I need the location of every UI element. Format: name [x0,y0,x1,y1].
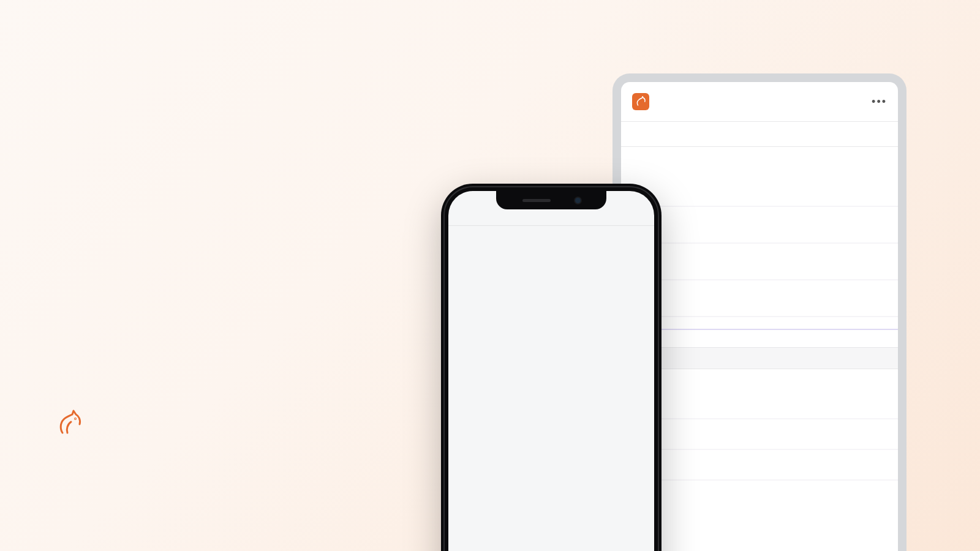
svg-point-0 [75,419,76,419]
seguno-app-icon [632,93,649,110]
more-icon[interactable]: ••• [872,96,887,108]
section-engagement-title [621,146,898,166]
phone-mock [441,184,662,551]
tablet-header: ••• [621,82,898,122]
section-rate-title [621,369,898,388]
popups-section-label [448,212,654,226]
reports-tab[interactable] [621,122,898,146]
seguno-horse-icon [55,408,85,438]
phone-notch [496,191,606,209]
chart-engagement [621,170,898,347]
chart-rate [621,388,898,511]
brand-logo-block [55,408,89,438]
